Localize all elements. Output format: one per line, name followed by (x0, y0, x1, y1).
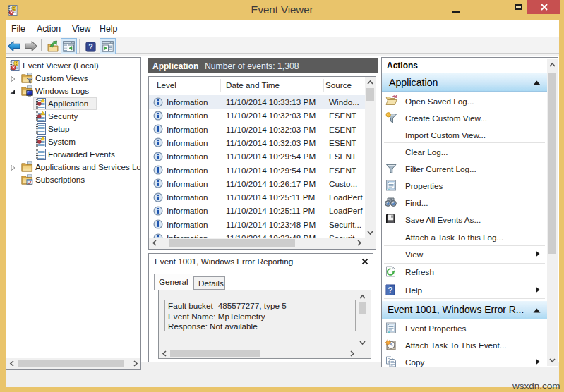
svg-text:?: ? (388, 285, 392, 295)
svg-text:?: ? (88, 42, 92, 51)
